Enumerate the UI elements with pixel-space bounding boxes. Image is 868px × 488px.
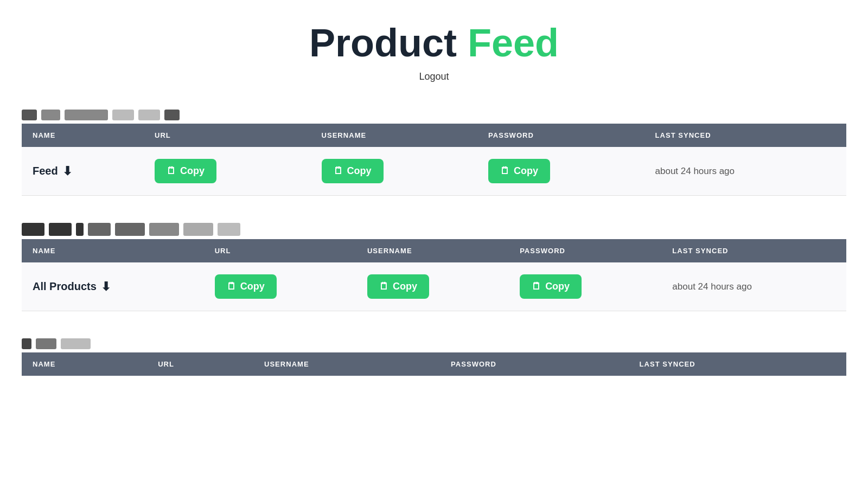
redacted-block-s3-3 xyxy=(61,338,91,349)
col-username-2: USERNAME xyxy=(356,239,509,262)
redacted-block-4 xyxy=(112,110,134,120)
section1-table: NAME URL USERNAME PASSWORD LAST SYNCED F… xyxy=(22,124,846,196)
row1-name: Feed ⬇ xyxy=(33,164,133,178)
row2-username-copy-button[interactable]: 🗒 Copy xyxy=(367,274,429,299)
col-username-3: USERNAME xyxy=(253,352,440,376)
col-password-3: PASSWORD xyxy=(440,352,628,376)
section3-table: NAME URL USERNAME PASSWORD LAST SYNCED xyxy=(22,352,846,376)
copy-icon: 🗒 xyxy=(379,281,389,292)
section2-header xyxy=(22,217,846,239)
row2-url-cell: 🗒 Copy xyxy=(204,262,356,311)
redacted-block-s2-6 xyxy=(149,223,179,236)
redacted-block-s2-2 xyxy=(49,223,72,236)
row1-last-synced: about 24 hours ago xyxy=(644,147,846,196)
row1-password-copy-button[interactable]: 🗒 Copy xyxy=(488,159,550,183)
col-url-2: URL xyxy=(204,239,356,262)
col-lastsynced-1: LAST SYNCED xyxy=(644,124,846,147)
col-name-3: NAME xyxy=(22,352,147,376)
row1-url-cell: 🗒 Copy xyxy=(144,147,311,196)
section2-table: NAME URL USERNAME PASSWORD LAST SYNCED A… xyxy=(22,239,846,311)
section-2: NAME URL USERNAME PASSWORD LAST SYNCED A… xyxy=(22,217,846,311)
row1-username-cell: 🗒 Copy xyxy=(311,147,478,196)
page-title: Product Feed xyxy=(0,22,868,65)
col-password-1: PASSWORD xyxy=(477,124,644,147)
download-icon-2: ⬇ xyxy=(101,280,111,294)
title-product: Product xyxy=(309,21,457,65)
col-lastsynced-3: LAST SYNCED xyxy=(629,352,846,376)
title-feed: Feed xyxy=(468,21,559,65)
col-lastsynced-2: LAST SYNCED xyxy=(661,239,846,262)
row2-url-copy-button[interactable]: 🗒 Copy xyxy=(215,274,277,299)
main-content: NAME URL USERNAME PASSWORD LAST SYNCED F… xyxy=(0,88,868,414)
col-username-1: USERNAME xyxy=(311,124,478,147)
col-url-3: URL xyxy=(147,352,253,376)
row1-url-copy-button[interactable]: 🗒 Copy xyxy=(155,159,216,183)
section-1: NAME URL USERNAME PASSWORD LAST SYNCED F… xyxy=(22,104,846,196)
row1-username-copy-button[interactable]: 🗒 Copy xyxy=(322,159,384,183)
download-icon-1: ⬇ xyxy=(62,164,72,178)
table-row: All Products ⬇ 🗒 Copy 🗒 Copy xyxy=(22,262,846,311)
copy-icon: 🗒 xyxy=(227,281,237,292)
col-url-1: URL xyxy=(144,124,311,147)
redacted-block-s2-8 xyxy=(218,223,240,236)
row2-password-cell: 🗒 Copy xyxy=(509,262,661,311)
redacted-block-s2-4 xyxy=(88,223,111,236)
copy-icon: 🗒 xyxy=(500,165,510,177)
section-3: NAME URL USERNAME PASSWORD LAST SYNCED xyxy=(22,333,846,376)
row2-last-synced: about 24 hours ago xyxy=(661,262,846,311)
redacted-block-s2-1 xyxy=(22,223,44,236)
redacted-block-s2-5 xyxy=(115,223,145,236)
col-name-2: NAME xyxy=(22,239,204,262)
redacted-block-s3-1 xyxy=(22,338,31,349)
section3-header xyxy=(22,333,846,352)
redacted-block-s2-7 xyxy=(183,223,213,236)
row2-username-cell: 🗒 Copy xyxy=(356,262,509,311)
redacted-block-6 xyxy=(164,110,180,120)
row2-password-copy-button[interactable]: 🗒 Copy xyxy=(520,274,582,299)
col-password-2: PASSWORD xyxy=(509,239,661,262)
redacted-block-3 xyxy=(65,110,108,120)
redacted-block-s2-3 xyxy=(76,223,84,236)
row1-password-cell: 🗒 Copy xyxy=(477,147,644,196)
redacted-block-1 xyxy=(22,110,37,120)
row2-name: All Products ⬇ xyxy=(33,280,193,294)
redacted-block-5 xyxy=(138,110,160,120)
copy-icon: 🗒 xyxy=(334,165,343,177)
page-header: Product Feed Logout xyxy=(0,0,868,88)
col-name-1: NAME xyxy=(22,124,144,147)
redacted-block-s3-2 xyxy=(36,338,56,349)
section1-header xyxy=(22,104,846,124)
logout-link[interactable]: Logout xyxy=(419,71,449,82)
copy-icon: 🗒 xyxy=(532,281,541,292)
table-row: Feed ⬇ 🗒 Copy 🗒 Copy xyxy=(22,147,846,196)
redacted-block-2 xyxy=(41,110,60,120)
copy-icon: 🗒 xyxy=(167,165,176,177)
